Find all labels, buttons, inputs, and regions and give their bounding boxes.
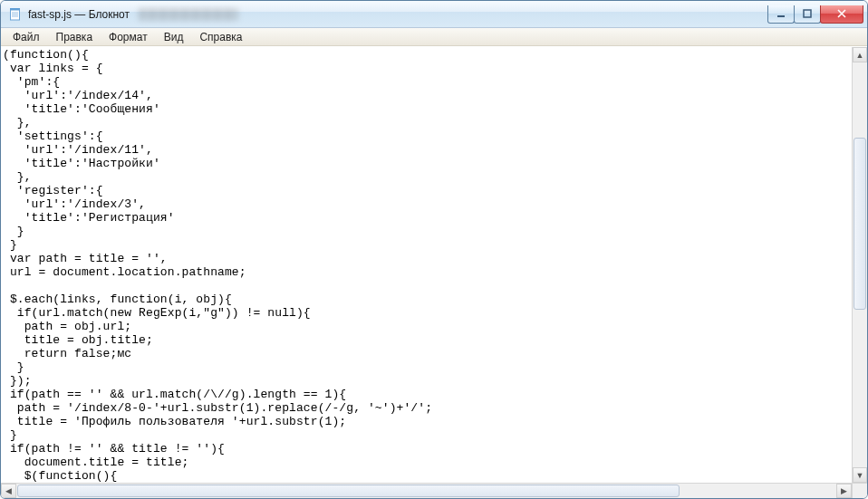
notepad-icon <box>8 7 23 22</box>
scroll-up-icon[interactable]: ▲ <box>853 47 867 62</box>
scroll-right-icon[interactable]: ▶ <box>836 484 852 498</box>
scrollbar-corner <box>852 483 867 498</box>
window-title: fast-sp.js — Блокнот <box>28 8 130 21</box>
notepad-window: fast-sp.js — Блокнот Файл Правка Формат … <box>0 0 868 499</box>
horizontal-scrollbar[interactable]: ◀ ▶ <box>1 483 852 498</box>
menu-edit[interactable]: Правка <box>48 30 101 44</box>
svg-rect-5 <box>777 15 785 17</box>
scroll-left-icon[interactable]: ◀ <box>1 484 16 498</box>
text-editor[interactable]: (function(){ var links = { 'pm':{ 'url':… <box>1 47 852 483</box>
menu-view[interactable]: Вид <box>156 30 192 44</box>
minimize-icon <box>776 9 786 18</box>
maximize-button[interactable] <box>794 5 821 24</box>
editor-wrap: (function(){ var links = { 'pm':{ 'url':… <box>1 46 867 498</box>
title-blur-extra <box>139 8 238 21</box>
svg-rect-6 <box>804 10 811 17</box>
menu-file[interactable]: Файл <box>5 30 48 44</box>
window-controls <box>768 5 865 24</box>
menu-help[interactable]: Справка <box>191 30 250 44</box>
menu-format[interactable]: Формат <box>101 30 156 44</box>
scroll-down-icon[interactable]: ▼ <box>853 467 867 483</box>
menubar: Файл Правка Формат Вид Справка <box>1 28 867 46</box>
close-button[interactable] <box>820 5 863 24</box>
horizontal-scroll-thumb[interactable] <box>17 485 680 497</box>
vertical-scroll-thumb[interactable] <box>854 138 866 310</box>
minimize-button[interactable] <box>767 5 795 24</box>
titlebar[interactable]: fast-sp.js — Блокнот <box>1 1 867 28</box>
vertical-scrollbar[interactable]: ▲ ▼ <box>852 47 867 483</box>
close-icon <box>836 9 847 18</box>
maximize-icon <box>803 9 812 18</box>
